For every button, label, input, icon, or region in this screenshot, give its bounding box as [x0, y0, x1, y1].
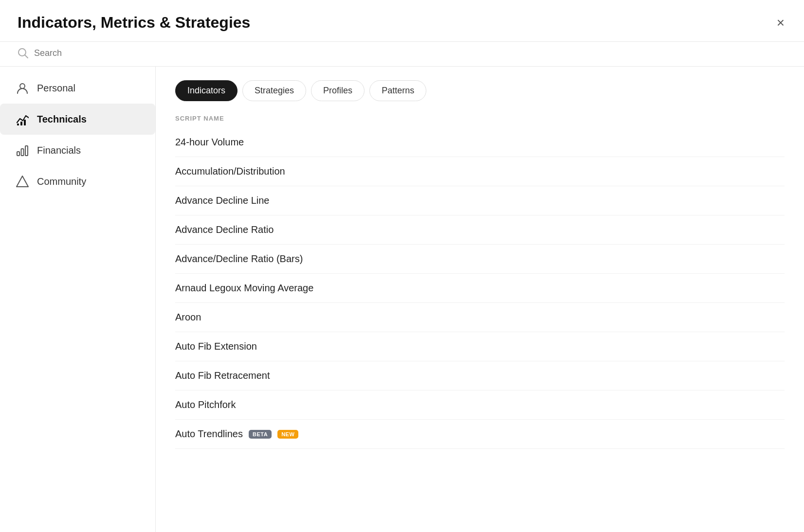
indicator-name: Aroon — [175, 312, 201, 323]
tab-indicators[interactable]: Indicators — [175, 80, 238, 101]
svg-rect-6 — [17, 152, 19, 156]
technicals-icon — [16, 112, 29, 126]
sidebar-item-community[interactable]: Community — [0, 166, 155, 197]
sidebar: Personal Technicals — [0, 67, 156, 532]
close-button[interactable]: × — [775, 14, 786, 32]
svg-rect-8 — [25, 146, 28, 156]
indicator-name: Auto Fib Retracement — [175, 370, 270, 381]
sidebar-label-personal: Personal — [37, 83, 75, 94]
community-icon — [16, 175, 29, 188]
search-input[interactable] — [34, 48, 786, 58]
list-item[interactable]: Accumulation/Distribution — [175, 157, 785, 186]
indicator-name: 24-hour Volume — [175, 137, 244, 148]
indicator-name: Advance/Decline Ratio (Bars) — [175, 253, 303, 265]
svg-marker-9 — [17, 176, 28, 187]
beta-badge: BETA — [249, 430, 272, 439]
list-item[interactable]: Advance/Decline Ratio (Bars) — [175, 245, 785, 274]
svg-rect-7 — [21, 149, 24, 156]
sidebar-label-community: Community — [37, 176, 86, 187]
list-item[interactable]: Arnaud Legoux Moving Average — [175, 274, 785, 303]
sidebar-item-technicals[interactable]: Technicals — [0, 104, 155, 135]
indicator-list: 24-hour Volume Accumulation/Distribution… — [175, 128, 785, 449]
svg-rect-3 — [17, 124, 19, 125]
modal-title: Indicators, Metrics & Strategies — [18, 14, 250, 32]
svg-rect-5 — [24, 120, 26, 125]
sidebar-label-technicals: Technicals — [37, 114, 87, 125]
modal-container: Indicators, Metrics & Strategies × — [0, 0, 804, 532]
main-content: Indicators Strategies Profiles Patterns … — [156, 67, 804, 532]
modal-header: Indicators, Metrics & Strategies × — [0, 0, 804, 41]
new-badge: NEW — [277, 430, 298, 439]
list-item[interactable]: Auto Fib Retracement — [175, 361, 785, 390]
tab-strategies[interactable]: Strategies — [242, 80, 306, 101]
script-name-header: SCRIPT NAME — [175, 115, 785, 124]
sidebar-item-personal[interactable]: Personal — [0, 72, 155, 104]
indicator-name: Auto Trendlines — [175, 428, 243, 440]
list-item[interactable]: 24-hour Volume — [175, 128, 785, 157]
list-item[interactable]: Auto Fib Extension — [175, 332, 785, 361]
tab-patterns[interactable]: Patterns — [369, 80, 426, 101]
indicator-name: Auto Fib Extension — [175, 341, 257, 352]
indicator-name: Advance Decline Line — [175, 195, 269, 206]
tab-profiles[interactable]: Profiles — [311, 80, 365, 101]
personal-icon — [16, 81, 29, 95]
sidebar-label-financials: Financials — [37, 145, 81, 156]
list-item[interactable]: Advance Decline Line — [175, 186, 785, 215]
body-row: Personal Technicals — [0, 67, 804, 532]
financials-icon — [16, 143, 29, 157]
list-item[interactable]: Auto Pitchfork — [175, 390, 785, 420]
indicator-name: Auto Pitchfork — [175, 399, 236, 410]
svg-point-2 — [20, 84, 25, 89]
tab-bar: Indicators Strategies Profiles Patterns — [175, 80, 785, 101]
search-icon — [18, 48, 28, 58]
svg-point-0 — [18, 49, 26, 56]
indicator-name: Arnaud Legoux Moving Average — [175, 283, 313, 294]
search-bar — [0, 41, 804, 67]
list-item[interactable]: Aroon — [175, 303, 785, 332]
list-item[interactable]: Advance Decline Ratio — [175, 215, 785, 245]
svg-line-1 — [25, 55, 28, 58]
list-item[interactable]: Auto Trendlines BETA NEW — [175, 420, 785, 449]
indicator-name: Advance Decline Ratio — [175, 224, 274, 235]
sidebar-item-financials[interactable]: Financials — [0, 135, 155, 166]
svg-rect-4 — [20, 122, 22, 125]
indicator-name: Accumulation/Distribution — [175, 166, 285, 177]
